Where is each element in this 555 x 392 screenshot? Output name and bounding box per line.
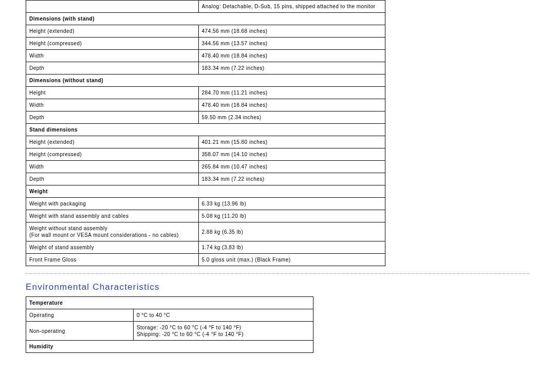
table-row: Analog: Detachable, D-Sub, 15 pins, ship… <box>26 1 385 13</box>
spec-label: Width <box>26 50 199 62</box>
spec-label: Height (extended) <box>26 25 199 38</box>
spec-label: Depth <box>26 62 199 74</box>
table-row: Depth 183.34 mm (7.22 inches) <box>26 173 385 185</box>
table-row: Height (extended) 401.21 mm (15.80 inche… <box>26 136 385 148</box>
spec-label: Height (extended) <box>26 136 199 148</box>
table-row: Dimensions (without stand) <box>26 74 385 87</box>
table-row: Weight with stand assembly and cables 5.… <box>26 210 385 222</box>
spec-label: Depth <box>26 173 199 185</box>
spec-value: 344.56 mm (13.57 inches) <box>198 38 385 50</box>
specifications-table: Analog: Detachable, D-Sub, 15 pins, ship… <box>26 0 385 266</box>
spec-value: 5.0 gloss unit (max.) (Black Frame) <box>198 254 385 266</box>
env-value: 0 °C to 40 °C <box>133 309 313 322</box>
section-header: Stand dimensions <box>26 124 385 136</box>
table-row: Width 478.40 mm (18.84 inches) <box>26 99 385 111</box>
spec-label: Front Frame Gloss <box>26 254 199 266</box>
spec-label: Weight without stand assembly (For wall … <box>26 222 199 241</box>
table-row: Height (extended) 474.56 mm (18.68 inche… <box>26 25 385 38</box>
env-label: Operating <box>26 309 134 322</box>
spec-value: Analog: Detachable, D-Sub, 15 pins, ship… <box>198 1 385 13</box>
section-header: Dimensions (with stand) <box>26 13 385 25</box>
spec-label <box>26 1 199 13</box>
spec-value: 284.70 mm (11.21 inches) <box>198 87 385 99</box>
spec-label: Weight of stand assembly <box>26 241 199 254</box>
table-row: Height (compressed) 344.56 mm (13.57 inc… <box>26 38 385 50</box>
spec-label: Weight with stand assembly and cables <box>26 210 199 222</box>
spec-label: Width <box>26 161 199 173</box>
spec-value: 59.50 mm (2.34 inches) <box>198 111 385 124</box>
table-row: Weight with packaging 6.33 kg (13.96 lb) <box>26 198 385 210</box>
section-header: Humidity <box>26 341 313 353</box>
table-row: Dimensions (with stand) <box>26 13 385 25</box>
section-header: Temperature <box>26 297 313 309</box>
table-row: Weight of stand assembly 1.74 kg (3.83 l… <box>26 241 385 254</box>
table-row: Weight <box>26 185 385 198</box>
env-value: Storage: -20 °C to 60 °C (-4 °F to 140 °… <box>133 322 313 341</box>
section-divider <box>26 273 529 274</box>
spec-value: 474.56 mm (18.68 inches) <box>198 25 385 38</box>
table-row: Depth 59.50 mm (2.34 inches) <box>26 111 385 124</box>
table-row: Depth 183.34 mm (7.22 inches) <box>26 62 385 74</box>
environmental-characteristics-title: Environmental Characteristics <box>26 275 529 296</box>
environmental-table: Temperature Operating 0 °C to 40 °C Non-… <box>26 296 313 353</box>
table-row: Width 478.40 mm (18.84 inches) <box>26 50 385 62</box>
table-row: Width 265.84 mm (10.47 inches) <box>26 161 385 173</box>
spec-value: 401.21 mm (15.80 inches) <box>198 136 385 148</box>
spec-value: 183.34 mm (7.22 inches) <box>198 62 385 74</box>
env-label: Non-operating <box>26 322 134 341</box>
spec-value: 265.84 mm (10.47 inches) <box>198 161 385 173</box>
spec-label: Height (compressed) <box>26 38 199 50</box>
table-row: Stand dimensions <box>26 124 385 136</box>
table-row: Operating 0 °C to 40 °C <box>26 309 313 322</box>
table-row: Weight without stand assembly (For wall … <box>26 222 385 241</box>
spec-label: Width <box>26 99 199 111</box>
table-row: Humidity <box>26 341 313 353</box>
spec-value: 358.07 mm (14.10 inches) <box>198 148 385 161</box>
table-row: Front Frame Gloss 5.0 gloss unit (max.) … <box>26 254 385 266</box>
spec-label: Depth <box>26 111 199 124</box>
section-header: Dimensions (without stand) <box>26 74 385 87</box>
spec-value: 478.40 mm (18.84 inches) <box>198 50 385 62</box>
section-header: Weight <box>26 185 385 198</box>
spec-value: 5.08 kg (11.20 lb) <box>198 210 385 222</box>
spec-value: 2.88 kg (6.35 lb) <box>198 222 385 241</box>
table-row: Height (compressed) 358.07 mm (14.10 inc… <box>26 148 385 161</box>
spec-label: Weight with packaging <box>26 198 199 210</box>
spec-value: 6.33 kg (13.96 lb) <box>198 198 385 210</box>
spec-value: 183.34 mm (7.22 inches) <box>198 173 385 185</box>
spec-value: 478.40 mm (18.84 inches) <box>198 99 385 111</box>
spec-label: Height (compressed) <box>26 148 199 161</box>
spec-label: Height <box>26 87 199 99</box>
spec-value: 1.74 kg (3.83 lb) <box>198 241 385 254</box>
table-row: Non-operating Storage: -20 °C to 60 °C (… <box>26 322 313 341</box>
table-row: Height 284.70 mm (11.21 inches) <box>26 87 385 99</box>
table-row: Temperature <box>26 297 313 309</box>
